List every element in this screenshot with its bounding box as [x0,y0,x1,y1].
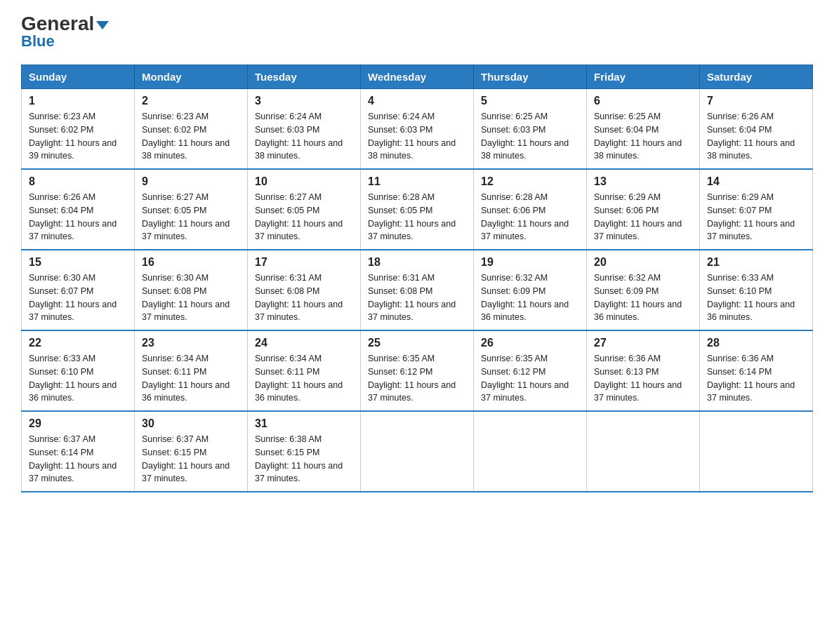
day-header-monday: Monday [135,65,248,89]
day-header-tuesday: Tuesday [248,65,361,89]
day-number: 18 [368,256,466,269]
calendar-cell: 16 Sunrise: 6:30 AM Sunset: 6:08 PM Dayl… [135,250,248,330]
day-number: 3 [255,95,353,107]
calendar-cell: 20 Sunrise: 6:32 AM Sunset: 6:09 PM Dayl… [587,250,700,330]
calendar-cell [474,411,587,492]
calendar-cell: 31 Sunrise: 6:38 AM Sunset: 6:15 PM Dayl… [248,411,361,492]
calendar-cell: 8 Sunrise: 6:26 AM Sunset: 6:04 PM Dayli… [22,169,135,250]
calendar-cell: 21 Sunrise: 6:33 AM Sunset: 6:10 PM Dayl… [700,250,813,330]
day-number: 28 [707,337,805,349]
calendar-cell: 26 Sunrise: 6:35 AM Sunset: 6:12 PM Dayl… [474,330,587,411]
day-number: 7 [707,95,805,107]
day-info: Sunrise: 6:33 AM Sunset: 6:10 PM Dayligh… [29,352,127,405]
day-info: Sunrise: 6:28 AM Sunset: 6:06 PM Dayligh… [481,191,579,243]
day-header-sunday: Sunday [22,65,135,89]
calendar-cell: 11 Sunrise: 6:28 AM Sunset: 6:05 PM Dayl… [361,169,474,250]
day-header-wednesday: Wednesday [361,65,474,89]
day-number: 15 [29,256,127,269]
logo: General Blue [21,14,109,51]
day-info: Sunrise: 6:37 AM Sunset: 6:14 PM Dayligh… [29,433,127,485]
day-number: 19 [481,256,579,269]
day-number: 22 [29,337,127,349]
day-number: 25 [368,337,466,349]
day-header-friday: Friday [587,65,700,89]
calendar-cell: 24 Sunrise: 6:34 AM Sunset: 6:11 PM Dayl… [248,330,361,411]
day-info: Sunrise: 6:35 AM Sunset: 6:12 PM Dayligh… [368,352,466,405]
calendar-cell: 3 Sunrise: 6:24 AM Sunset: 6:03 PM Dayli… [248,89,361,170]
day-info: Sunrise: 6:25 AM Sunset: 6:03 PM Dayligh… [481,110,579,163]
calendar-cell: 29 Sunrise: 6:37 AM Sunset: 6:14 PM Dayl… [22,411,135,492]
day-info: Sunrise: 6:30 AM Sunset: 6:08 PM Dayligh… [142,271,240,324]
day-info: Sunrise: 6:29 AM Sunset: 6:06 PM Dayligh… [594,191,692,243]
day-info: Sunrise: 6:23 AM Sunset: 6:02 PM Dayligh… [29,110,127,163]
day-info: Sunrise: 6:36 AM Sunset: 6:14 PM Dayligh… [707,352,805,405]
calendar-cell: 18 Sunrise: 6:31 AM Sunset: 6:08 PM Dayl… [361,250,474,330]
day-info: Sunrise: 6:28 AM Sunset: 6:05 PM Dayligh… [368,191,466,243]
calendar-cell: 15 Sunrise: 6:30 AM Sunset: 6:07 PM Dayl… [22,250,135,330]
day-header-thursday: Thursday [474,65,587,89]
day-info: Sunrise: 6:23 AM Sunset: 6:02 PM Dayligh… [142,110,240,163]
calendar-cell: 22 Sunrise: 6:33 AM Sunset: 6:10 PM Dayl… [22,330,135,411]
day-info: Sunrise: 6:27 AM Sunset: 6:05 PM Dayligh… [142,191,240,243]
day-header-saturday: Saturday [700,65,813,89]
calendar-cell: 27 Sunrise: 6:36 AM Sunset: 6:13 PM Dayl… [587,330,700,411]
day-number: 10 [255,175,353,188]
day-number: 9 [142,175,240,188]
calendar-week-2: 8 Sunrise: 6:26 AM Sunset: 6:04 PM Dayli… [22,169,813,250]
calendar-cell [587,411,700,492]
calendar-cell: 30 Sunrise: 6:37 AM Sunset: 6:15 PM Dayl… [135,411,248,492]
day-info: Sunrise: 6:32 AM Sunset: 6:09 PM Dayligh… [594,271,692,324]
calendar-cell: 23 Sunrise: 6:34 AM Sunset: 6:11 PM Dayl… [135,330,248,411]
day-number: 24 [255,337,353,349]
calendar-cell: 9 Sunrise: 6:27 AM Sunset: 6:05 PM Dayli… [135,169,248,250]
day-info: Sunrise: 6:26 AM Sunset: 6:04 PM Dayligh… [29,191,127,243]
calendar-cell: 25 Sunrise: 6:35 AM Sunset: 6:12 PM Dayl… [361,330,474,411]
day-number: 4 [368,95,466,107]
day-info: Sunrise: 6:34 AM Sunset: 6:11 PM Dayligh… [142,352,240,405]
day-number: 1 [29,95,127,107]
day-info: Sunrise: 6:37 AM Sunset: 6:15 PM Dayligh… [142,433,240,485]
day-number: 26 [481,337,579,349]
calendar-cell: 12 Sunrise: 6:28 AM Sunset: 6:06 PM Dayl… [474,169,587,250]
calendar-cell: 6 Sunrise: 6:25 AM Sunset: 6:04 PM Dayli… [587,89,700,170]
calendar-cell [700,411,813,492]
calendar-cell: 4 Sunrise: 6:24 AM Sunset: 6:03 PM Dayli… [361,89,474,170]
calendar-table: SundayMondayTuesdayWednesdayThursdayFrid… [21,65,813,492]
calendar-week-5: 29 Sunrise: 6:37 AM Sunset: 6:14 PM Dayl… [22,411,813,492]
day-number: 23 [142,337,240,349]
day-number: 21 [707,256,805,269]
day-info: Sunrise: 6:33 AM Sunset: 6:10 PM Dayligh… [707,271,805,324]
calendar-week-4: 22 Sunrise: 6:33 AM Sunset: 6:10 PM Dayl… [22,330,813,411]
day-number: 11 [368,175,466,188]
day-info: Sunrise: 6:27 AM Sunset: 6:05 PM Dayligh… [255,191,353,243]
day-number: 6 [594,95,692,107]
calendar-cell: 17 Sunrise: 6:31 AM Sunset: 6:08 PM Dayl… [248,250,361,330]
calendar-cell: 10 Sunrise: 6:27 AM Sunset: 6:05 PM Dayl… [248,169,361,250]
day-info: Sunrise: 6:30 AM Sunset: 6:07 PM Dayligh… [29,271,127,324]
day-info: Sunrise: 6:35 AM Sunset: 6:12 PM Dayligh… [481,352,579,405]
logo-general: General [21,14,109,34]
day-info: Sunrise: 6:29 AM Sunset: 6:07 PM Dayligh… [707,191,805,243]
calendar-cell: 19 Sunrise: 6:32 AM Sunset: 6:09 PM Dayl… [474,250,587,330]
day-number: 5 [481,95,579,107]
calendar-cell: 1 Sunrise: 6:23 AM Sunset: 6:02 PM Dayli… [22,89,135,170]
page-header: General Blue [21,14,813,51]
day-info: Sunrise: 6:31 AM Sunset: 6:08 PM Dayligh… [255,271,353,324]
day-number: 29 [29,417,127,430]
day-number: 16 [142,256,240,269]
calendar-week-1: 1 Sunrise: 6:23 AM Sunset: 6:02 PM Dayli… [22,89,813,170]
calendar-cell: 13 Sunrise: 6:29 AM Sunset: 6:06 PM Dayl… [587,169,700,250]
calendar-cell [361,411,474,492]
day-number: 31 [255,417,353,430]
calendar-cell: 28 Sunrise: 6:36 AM Sunset: 6:14 PM Dayl… [700,330,813,411]
day-number: 13 [594,175,692,188]
day-info: Sunrise: 6:24 AM Sunset: 6:03 PM Dayligh… [368,110,466,163]
day-info: Sunrise: 6:25 AM Sunset: 6:04 PM Dayligh… [594,110,692,163]
day-number: 8 [29,175,127,188]
day-number: 27 [594,337,692,349]
calendar-cell: 2 Sunrise: 6:23 AM Sunset: 6:02 PM Dayli… [135,89,248,170]
day-info: Sunrise: 6:38 AM Sunset: 6:15 PM Dayligh… [255,433,353,485]
day-number: 17 [255,256,353,269]
calendar-cell: 7 Sunrise: 6:26 AM Sunset: 6:04 PM Dayli… [700,89,813,170]
day-number: 30 [142,417,240,430]
